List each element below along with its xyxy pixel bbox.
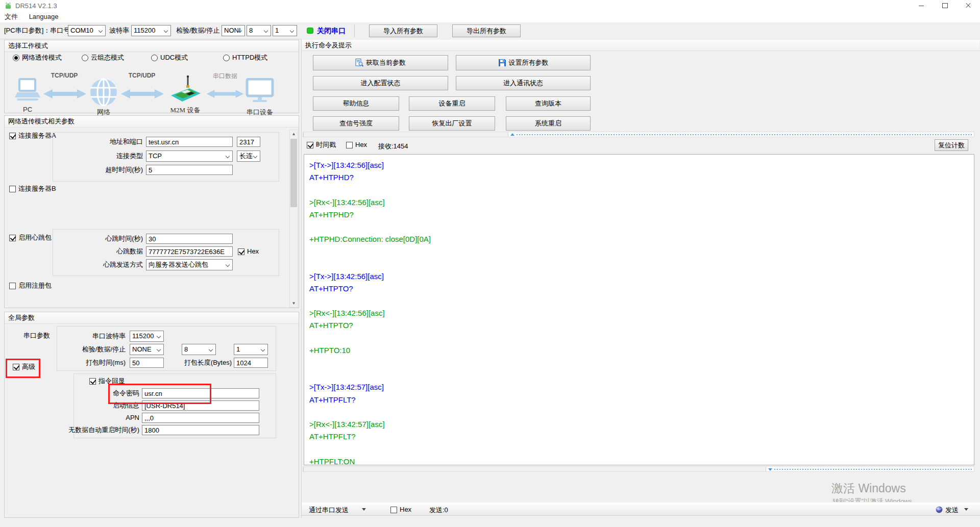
log-line: >[Rx<-][13:42:57][asc]: [309, 418, 974, 431]
heartbeat-mode-select[interactable]: 向服务器发送心跳包: [146, 259, 233, 270]
command-echo-checkbox[interactable]: 指令回显: [89, 378, 125, 385]
baud-select[interactable]: 115200: [131, 25, 171, 36]
boot-message-input[interactable]: [142, 400, 259, 411]
checkbox-label: 连接服务器A: [18, 132, 56, 139]
scrollbar-thumb[interactable]: [303, 132, 508, 137]
minimize-icon: [919, 6, 924, 6]
params-vertical-scrollbar[interactable]: ▲ ▼: [289, 130, 298, 308]
menu-file[interactable]: 文件: [0, 11, 22, 22]
receive-count: 接收:1454: [378, 142, 408, 151]
set-all-params-button[interactable]: 设置所有参数: [456, 55, 591, 70]
checkbox-label: 连接服务器B: [18, 185, 56, 192]
scroll-down-icon[interactable]: ▼: [290, 299, 298, 307]
reset-counter-button[interactable]: 复位计数: [935, 139, 968, 151]
com-port-select[interactable]: COM10: [68, 25, 106, 36]
factory-reset-button[interactable]: 恢复出厂设置: [409, 116, 495, 131]
radio-udc-mode[interactable]: UDC模式: [151, 54, 188, 61]
export-all-params-button[interactable]: 导出所有参数: [452, 24, 521, 37]
log-line: [309, 443, 974, 455]
log-horizontal-scrollbar-top[interactable]: [303, 132, 974, 137]
keepalive-select[interactable]: 长连: [237, 150, 260, 162]
log-output-area[interactable]: >[Tx->][13:42:56][asc] AT+HTPHD? >[Rx<-]…: [304, 154, 974, 465]
command-pane: 执行命令及提示 获取当前参数 设置所有参数 进入配置状态 进入通讯状态 帮助信息…: [301, 39, 980, 518]
close-button[interactable]: [957, 0, 980, 11]
server-a-checkbox[interactable]: 连接服务器A: [9, 132, 56, 139]
chevron-down-icon[interactable]: [964, 508, 968, 511]
idle-restart-label: 无数据自动重启时间(秒): [68, 425, 139, 435]
close-port-button[interactable]: 关闭串口: [317, 25, 346, 36]
checkbox-label: 启用心跳包: [18, 234, 52, 241]
system-reboot-button[interactable]: 系统重启: [506, 116, 591, 131]
serial-toolbar: [PC串口参数]：串口号 COM10 波特率 115200 检验/数据/停止 N…: [0, 23, 980, 39]
checkbox-box: [9, 283, 16, 289]
server-address-input[interactable]: [146, 137, 233, 147]
radio-cloud-mode[interactable]: 云组态模式: [82, 54, 124, 61]
serial-baud-select[interactable]: 115200: [130, 331, 164, 342]
databits-select[interactable]: 8: [247, 25, 271, 36]
heartbeat-time-input[interactable]: [146, 234, 233, 244]
enter-comm-state-button[interactable]: 进入通讯状态: [456, 76, 591, 90]
scrollbar-thumb[interactable]: [303, 467, 766, 471]
idle-restart-input[interactable]: [142, 425, 259, 435]
heartbeat-mode-label: 心跳发送方式: [87, 260, 143, 270]
select-value: 向服务器发送心跳包: [149, 261, 208, 268]
parity-select[interactable]: NONI: [222, 25, 245, 36]
serial-databits-select[interactable]: 8: [182, 344, 216, 355]
button-label: 进入通讯状态: [503, 79, 543, 88]
log-horizontal-scrollbar-bottom[interactable]: [303, 466, 974, 472]
serial-stopbits-select[interactable]: 1: [234, 344, 268, 355]
connection-type-select[interactable]: TCP: [146, 150, 233, 162]
apn-input[interactable]: [142, 413, 259, 423]
serial-parity-select[interactable]: NONE: [130, 344, 164, 355]
pack-time-input[interactable]: [130, 358, 164, 368]
scroll-marker-icon: [510, 133, 514, 136]
button-label: 导入所有参数: [383, 27, 423, 36]
import-all-params-button[interactable]: 导入所有参数: [369, 24, 437, 37]
log-line: >[Tx->][13:42:57][asc]: [309, 381, 974, 393]
get-current-params-button[interactable]: 获取当前参数: [313, 55, 448, 70]
network-globe-icon: [89, 78, 118, 107]
query-signal-button[interactable]: 查信号强度: [313, 116, 399, 131]
select-value: COM10: [70, 27, 93, 34]
pack-length-input[interactable]: [234, 358, 268, 368]
register-packet-checkbox[interactable]: 启用注册包: [9, 282, 52, 289]
boot-message-label: 启动信息: [104, 400, 139, 411]
send-globe-icon: [936, 506, 943, 513]
chevron-down-icon[interactable]: [362, 508, 366, 511]
timestamp-checkbox[interactable]: 时间戳: [307, 141, 336, 148]
radio-httpd-mode[interactable]: HTTPD模式: [223, 54, 267, 61]
timeout-input[interactable]: [146, 165, 233, 175]
send-button[interactable]: 发送: [945, 506, 959, 515]
stopbits-select[interactable]: 1: [273, 25, 297, 36]
enter-config-state-button[interactable]: 进入配置状态: [313, 76, 448, 90]
help-info-button[interactable]: 帮助信息: [313, 96, 399, 111]
menu-language[interactable]: Language: [24, 11, 63, 22]
checkbox-box: [307, 142, 313, 148]
send-method-dropdown[interactable]: 通过串口发送: [309, 506, 349, 515]
radio-net-transparent-mode[interactable]: 网络透传模式: [13, 54, 62, 61]
send-hex-checkbox[interactable]: Hex: [390, 506, 411, 513]
button-label: 复位计数: [938, 141, 965, 150]
double-arrow-icon: [206, 88, 244, 99]
recv-hex-checkbox[interactable]: Hex: [346, 141, 367, 148]
maximize-button[interactable]: [933, 0, 957, 11]
scrollbar-thumb[interactable]: [290, 139, 297, 207]
select-value: 长连: [239, 152, 253, 160]
server-port-input[interactable]: [237, 137, 260, 147]
log-line: +HTPHD:Connection: close[0D][0A]: [309, 233, 974, 245]
heartbeat-checkbox[interactable]: 启用心跳包: [9, 234, 52, 241]
checkbox-box: [13, 364, 19, 370]
server-b-checkbox[interactable]: 连接服务器B: [9, 185, 56, 192]
device-reboot-button[interactable]: 设备重启: [409, 96, 495, 111]
command-password-input[interactable]: [142, 388, 259, 398]
heartbeat-data-label: 心跳数据: [92, 246, 143, 257]
scroll-up-icon[interactable]: ▲: [290, 130, 298, 138]
checkbox-box: [390, 507, 397, 513]
select-value: NONE: [132, 345, 152, 353]
advanced-checkbox[interactable]: 高级: [13, 363, 35, 370]
heartbeat-data-input[interactable]: [146, 246, 233, 257]
minimize-button[interactable]: [910, 0, 933, 11]
query-version-button[interactable]: 查询版本: [506, 96, 591, 111]
radio-label: 云组态模式: [91, 54, 124, 61]
heartbeat-hex-checkbox[interactable]: Hex: [238, 248, 259, 255]
